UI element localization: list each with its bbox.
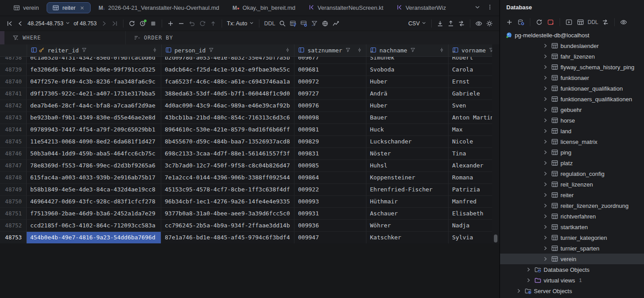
cell-nachname[interactable]: Andrä [366,88,449,99]
cell-satznummer[interactable]: 009831 [294,148,366,159]
cell-person_id[interactable]: fca6523f-4c6c-488c-a61e-c6943746aa1a [161,76,294,87]
tree-item-table-regulation_config[interactable]: regulation_config [500,168,644,179]
filter-funnel-icon[interactable] [489,47,492,54]
cell-nachname[interactable]: Huhsl [366,160,449,171]
previous-page-button[interactable] [15,18,26,29]
cell-vorname[interactable]: Nadja [449,220,492,231]
cell-nachname[interactable]: Ehrenfried-Fischer [366,184,449,195]
chevron-right-icon[interactable] [542,127,549,135]
tree-item-table-bundeslaender[interactable]: bundeslaender [500,40,644,51]
cell-satznummer[interactable]: 009936 [294,220,366,231]
cell-reiter_id[interactable]: d9f17305-922c-4e21-a407-1731e317bba5 [27,88,161,99]
tab-okay-bin-bereit-md[interactable]: M● Okay,_bin_bereit.md [227,3,301,13]
cell-nachname[interactable]: Huber [366,100,449,111]
first-page-button[interactable] [4,18,15,29]
cell-reiter_id[interactable]: b58b1849-4e5e-4de3-84ca-432d4ae19cc8 [27,184,161,195]
cell-person_id[interactable]: 7e1a2cc4-0144-4396-906b-3388ff092544 [161,172,294,183]
table-settings-icon[interactable] [298,18,309,29]
cell-person_id[interactable]: 4d0ac090-43c9-46ac-989a-e46e39caf92b [161,100,294,111]
new-item-plus-icon[interactable] [504,17,515,28]
chevron-right-icon[interactable] [542,42,549,49]
cell-person_id[interactable]: 8964610c-530e-421e-8579-0ad16f6b66ff [161,124,294,135]
chevron-right-icon[interactable] [542,181,549,188]
cell-reiter_id[interactable]: be923ba0-f9b1-4349-830e-d55e46ae2e8d [27,112,161,123]
tree-item-table-turnier_sparten[interactable]: turnier_sparten [500,243,644,254]
last-page-button[interactable] [109,18,120,29]
cell-person_id[interactable]: 3c7b7ad0-12c7-450f-9f58-c8c04b826d47 [161,160,294,171]
cell-reiter_id[interactable]: 11e54213-0068-4090-8ed2-6da681f1d427 [27,136,161,147]
tree-item-table-gebuehr[interactable]: gebuehr [500,104,644,115]
row-number[interactable]: 48740 [0,76,27,87]
cell-nachname[interactable]: Huck [366,124,449,135]
column-header-vorname[interactable]: vorname [449,44,492,56]
cell-reiter_id[interactable]: 0c1a652d-4f31-4342-85ed-0f9bfcacbd6d [27,56,161,64]
tab-veranstalterneuscreen-kt[interactable]: VeranstalterNeuScreen.kt [303,3,389,13]
tree-item-table-turnier_kategorien[interactable]: turnier_kategorien [500,232,644,243]
gear-icon[interactable] [484,18,495,29]
tab-reiter[interactable]: reiter [47,2,91,13]
chevron-right-icon[interactable] [542,138,549,145]
cell-vorname[interactable]: Gabriele [449,88,492,99]
cell-vorname[interactable]: Carola [449,64,492,75]
cell-nachname[interactable]: Katschker [366,232,449,243]
chevron-right-icon[interactable] [542,170,549,177]
cell-vorname[interactable]: Romana [449,172,492,183]
transaction-mode-dropdown[interactable]: Tx: Auto [225,20,256,27]
chevron-right-icon[interactable] [542,85,549,92]
cell-satznummer[interactable]: 000972 [294,76,366,87]
row-number[interactable]: 48753 [0,232,27,243]
row-number[interactable]: 48743 [0,112,27,123]
cell-reiter_id[interactable]: ccd2185f-06c3-4102-864c-712093cc583a [27,220,161,231]
filter-funnel-icon[interactable] [81,47,87,54]
undo-icon[interactable] [187,18,197,29]
compare-transfer-icon[interactable] [600,17,611,28]
cell-reiter_id[interactable]: 615fac4a-a003-4033-939b-2e916ab75b17 [27,172,161,183]
sort-toggle-icon[interactable] [152,47,158,54]
export-format-dropdown[interactable]: CSV [406,20,428,27]
row-number[interactable]: 48749 [0,184,27,195]
cell-nachname[interactable]: Koppensteiner [366,172,449,183]
cell-vorname[interactable]: Robert [449,56,492,64]
cell-satznummer[interactable]: 009829 [294,136,366,147]
open-query-console-icon[interactable] [563,17,575,28]
cell-reiter_id[interactable]: f7513960-2bae-46d9-b3a6-2452a1da7e29 [27,208,161,219]
chevron-right-icon[interactable] [542,245,549,252]
page-range-dropdown[interactable]: 48.254-48.753 [26,20,72,27]
chevron-right-icon[interactable] [542,213,549,220]
chevron-right-icon[interactable] [542,159,549,167]
tree-item-table-license_matrix[interactable]: license_matrix [500,136,644,147]
column-header-nachname[interactable]: nachname [366,44,449,56]
chevron-right-icon[interactable] [542,191,549,199]
ddl-button[interactable]: DDL [586,19,600,25]
more-options-kebab-icon[interactable] [487,4,493,12]
cell-nachname[interactable]: Nöster [366,148,449,159]
refresh-icon[interactable] [533,17,545,28]
cell-reiter_id[interactable]: fe3206d6-b416-40a3-b06e-99f791ccd325 [27,64,161,75]
chevron-right-icon[interactable] [525,277,532,284]
cell-satznummer[interactable]: 009677 [294,56,366,64]
cell-person_id[interactable]: 45153c95-4578-4cf7-8cbe-1ff3c638f4df [161,184,294,195]
chevron-right-icon[interactable] [542,149,549,156]
cell-vorname[interactable]: Elisabeth [449,208,492,219]
view-options-eye-icon[interactable] [618,17,629,28]
revert-changes-icon[interactable] [197,18,208,29]
tree-item-table-platz[interactable]: platz [500,158,644,168]
cell-reiter_id[interactable]: 454b0e4b-49e7-4816-9a23-54dd6ba7696d [27,232,161,243]
tab-veranstalterwiz[interactable]: VeranstalterWiz [391,3,451,13]
cell-person_id[interactable]: cc796245-2b5a-4b9a-934f-2ffaae3dd14b [161,220,294,231]
tree-item-table-startkarten[interactable]: startkarten [500,222,644,232]
row-number-gutter-header[interactable] [0,44,27,56]
tree-item-table-fahr_lizenzen[interactable]: fahr_lizenzen [500,51,644,62]
cell-person_id[interactable]: 388eda63-53df-40d5-b7f1-060448f1c9d0 [161,88,294,99]
tree-item-table-funktionaer[interactable]: funktionaer [500,72,644,83]
where-filter-input[interactable]: WHERE [4,31,125,44]
row-number[interactable]: 48752 [0,220,27,231]
row-number[interactable]: 48750 [0,196,27,207]
cell-person_id[interactable]: 43bcb1ba-21bd-480c-854c-716313c6d3c6 [161,112,294,123]
row-number[interactable]: 48738 [0,56,27,64]
tree-item-connection[interactable]: pg-meldestelle-db@localhost [500,30,644,40]
row-number[interactable]: 48747 [0,160,27,171]
sort-toggle-icon[interactable] [357,47,362,54]
tree-item-table-horse[interactable]: horse [500,115,644,126]
cell-vorname[interactable]: Ernst [449,76,492,87]
